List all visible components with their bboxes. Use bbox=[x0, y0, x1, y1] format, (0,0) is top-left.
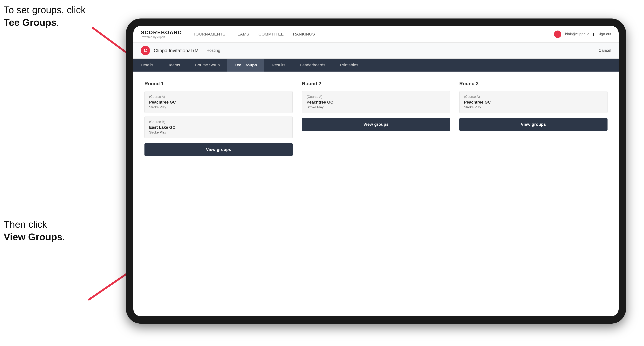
rounds-container: Round 1 (Course A) Peachtree GC Stroke P… bbox=[144, 81, 608, 156]
instruction-bottom-period: . bbox=[62, 231, 65, 242]
tab-leaderboards[interactable]: Leaderboards bbox=[293, 59, 333, 72]
round-1-title: Round 1 bbox=[144, 81, 293, 87]
round-3-column: Round 3 (Course A) Peachtree GC Stroke P… bbox=[459, 81, 608, 156]
instruction-top-line1: To set groups, click bbox=[4, 4, 86, 15]
round-2-course-a-label: (Course A) bbox=[306, 95, 446, 99]
tournament-header: C Clippd Invitational (M... Hosting Canc… bbox=[133, 42, 619, 59]
round-2-title: Round 2 bbox=[302, 81, 450, 87]
round-3-course-a-format: Stroke Play bbox=[464, 105, 603, 109]
round-3-view-groups-button[interactable]: View groups bbox=[459, 118, 608, 131]
main-nav: TOURNAMENTS TEAMS COMMITTEE RANKINGS bbox=[193, 32, 554, 37]
round-1-course-b-label: (Course B) bbox=[149, 120, 288, 124]
instruction-bottom: Then click View Groups. bbox=[4, 218, 65, 243]
round-1-view-groups-button[interactable]: View groups bbox=[144, 143, 293, 156]
nav-rankings[interactable]: RANKINGS bbox=[293, 32, 315, 37]
tab-teams[interactable]: Teams bbox=[160, 59, 188, 72]
main-content: Round 1 (Course A) Peachtree GC Stroke P… bbox=[133, 72, 619, 316]
user-area: blair@clippd.io | Sign out bbox=[554, 30, 611, 38]
round-2-course-a-card: (Course A) Peachtree GC Stroke Play bbox=[302, 91, 450, 113]
tournament-status: Hosting bbox=[206, 48, 220, 53]
tab-tee-groups[interactable]: Tee Groups bbox=[227, 59, 264, 72]
round-1-course-b-format: Stroke Play bbox=[149, 131, 288, 135]
round-1-column: Round 1 (Course A) Peachtree GC Stroke P… bbox=[144, 81, 293, 156]
tournament-title-area: C Clippd Invitational (M... Hosting bbox=[141, 46, 220, 55]
nav-pipe: | bbox=[593, 32, 594, 36]
tab-results[interactable]: Results bbox=[264, 59, 293, 72]
round-3-title: Round 3 bbox=[459, 81, 608, 87]
round-3-course-a-label: (Course A) bbox=[464, 95, 603, 99]
logo-sub: Powered by clippit bbox=[141, 35, 182, 39]
tab-details[interactable]: Details bbox=[133, 59, 160, 72]
cancel-button[interactable]: Cancel bbox=[598, 48, 611, 53]
nav-teams[interactable]: TEAMS bbox=[235, 32, 249, 37]
nav-tournaments[interactable]: TOURNAMENTS bbox=[193, 32, 226, 37]
round-2-view-groups-button[interactable]: View groups bbox=[302, 118, 450, 131]
instruction-bottom-bold: View Groups bbox=[4, 231, 62, 242]
instruction-top: To set groups, click Tee Groups. bbox=[4, 4, 86, 29]
user-avatar bbox=[554, 30, 562, 38]
tournament-name: Clippd Invitational (M... bbox=[154, 48, 203, 53]
round-1-course-a-card: (Course A) Peachtree GC Stroke Play bbox=[144, 91, 293, 113]
tab-nav: Details Teams Course Setup Tee Groups Re… bbox=[133, 59, 619, 72]
round-3-course-a-name: Peachtree GC bbox=[464, 100, 603, 105]
top-nav: SCOREBOARD Powered by clippit TOURNAMENT… bbox=[133, 26, 619, 42]
round-1-course-b-card: (Course B) East Lake GC Stroke Play bbox=[144, 116, 293, 138]
tablet-device: SCOREBOARD Powered by clippit TOURNAMENT… bbox=[126, 18, 626, 324]
tablet-screen: SCOREBOARD Powered by clippit TOURNAMENT… bbox=[133, 26, 619, 316]
logo-text: SCOREBOARD bbox=[141, 30, 182, 35]
sign-out-link[interactable]: Sign out bbox=[598, 32, 611, 36]
logo-area: SCOREBOARD Powered by clippit bbox=[141, 30, 182, 39]
round-2-course-a-name: Peachtree GC bbox=[306, 100, 446, 105]
user-email: blair@clippd.io bbox=[565, 32, 589, 36]
tournament-logo: C bbox=[141, 46, 150, 55]
instruction-top-bold: Tee Groups bbox=[4, 17, 56, 28]
round-2-course-a-format: Stroke Play bbox=[306, 105, 446, 109]
logo-main: SCOREBOARD bbox=[141, 30, 182, 35]
nav-committee[interactable]: COMMITTEE bbox=[258, 32, 284, 37]
round-1-course-a-format: Stroke Play bbox=[149, 105, 288, 109]
tab-printables[interactable]: Printables bbox=[333, 59, 366, 72]
tab-course-setup[interactable]: Course Setup bbox=[188, 59, 227, 72]
round-1-course-b-name: East Lake GC bbox=[149, 125, 288, 130]
round-2-column: Round 2 (Course A) Peachtree GC Stroke P… bbox=[302, 81, 450, 156]
round-1-course-a-name: Peachtree GC bbox=[149, 100, 288, 105]
instruction-bottom-line1: Then click bbox=[4, 219, 47, 230]
round-3-course-a-card: (Course A) Peachtree GC Stroke Play bbox=[459, 91, 608, 113]
instruction-top-period: . bbox=[56, 17, 59, 28]
round-1-course-a-label: (Course A) bbox=[149, 95, 288, 99]
